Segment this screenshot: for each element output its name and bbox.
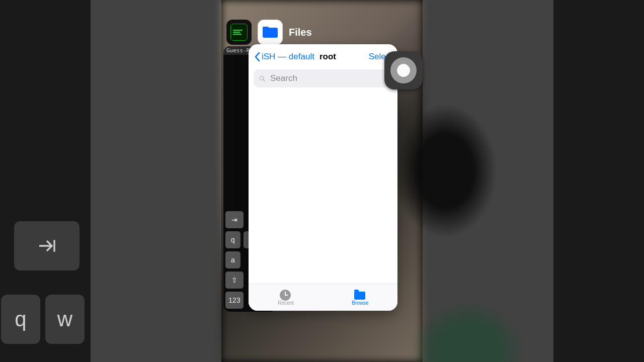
- clock-icon: [280, 290, 291, 301]
- key-tab: ⇥: [225, 211, 244, 228]
- app-switcher-header: Files: [226, 17, 312, 47]
- search-input[interactable]: [269, 73, 387, 84]
- search-icon: [259, 75, 266, 82]
- key-123: 123: [225, 292, 244, 309]
- folder-icon: [354, 290, 366, 300]
- blur-fill-left: [91, 0, 221, 362]
- search-field[interactable]: [254, 69, 392, 87]
- files-empty-listing: [249, 92, 397, 283]
- background-key-tab: [14, 221, 79, 270]
- back-button[interactable]: iSH — default root: [254, 52, 336, 62]
- files-nav-bar: iSH — default root Select: [249, 44, 397, 69]
- back-label: iSH — default: [262, 52, 314, 62]
- background-key-q: q: [1, 295, 40, 344]
- app-icon-files[interactable]: [258, 20, 283, 45]
- key-q: q: [225, 231, 240, 248]
- app-icon-ish[interactable]: [226, 20, 252, 45]
- svg-line-1: [263, 79, 265, 81]
- tab-recent[interactable]: Recent: [249, 284, 323, 311]
- chevron-left-icon: [254, 52, 261, 62]
- folder-title: root: [319, 52, 336, 62]
- pillarbox-right: [553, 0, 644, 362]
- folder-icon: [263, 27, 278, 38]
- terminal-icon: [230, 24, 248, 41]
- key-shift: ⇧: [225, 272, 244, 289]
- app-switcher-current-label: Files: [289, 27, 312, 38]
- switcher-card-files[interactable]: iSH — default root Select Recent Browse: [249, 44, 397, 311]
- tab-browse-label: Browse: [352, 300, 368, 306]
- files-tab-bar: Recent Browse: [249, 284, 397, 311]
- assistive-touch-icon: [390, 57, 417, 83]
- key-a: a: [225, 251, 240, 268]
- tab-recent-label: Recent: [278, 300, 294, 306]
- tab-browse[interactable]: Browse: [323, 284, 397, 311]
- assistive-touch-button[interactable]: [384, 51, 423, 89]
- background-key-w: w: [45, 295, 85, 344]
- svg-point-0: [260, 76, 264, 80]
